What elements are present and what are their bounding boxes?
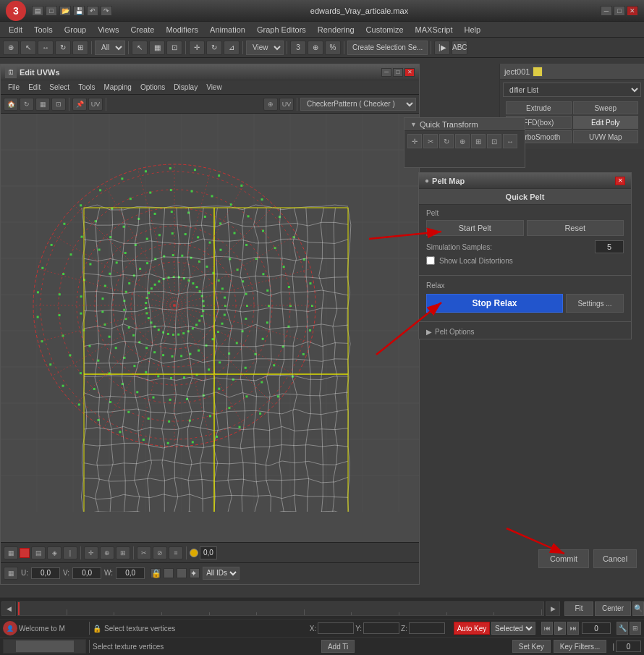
- x-coord-input[interactable]: [318, 622, 354, 634]
- uvw-menu-select[interactable]: Select: [45, 83, 74, 92]
- uvw-tb-2[interactable]: ↻: [20, 98, 34, 111]
- view-dropdown[interactable]: View: [246, 41, 284, 55]
- toolbar-btn-9[interactable]: ⊕: [308, 41, 323, 55]
- modifier-list-dropdown[interactable]: difier List: [503, 83, 641, 97]
- pelt-title-bar[interactable]: ● Pelt Map ✕: [419, 173, 631, 189]
- selected-dropdown[interactable]: Selected: [491, 622, 535, 635]
- menu-icon-1[interactable]: ▤: [32, 6, 43, 16]
- uvw-menu-tools[interactable]: Tools: [74, 83, 99, 92]
- next-frame-btn[interactable]: ⏭: [567, 622, 579, 635]
- qt-btn-1[interactable]: ✛: [407, 134, 422, 148]
- uv-extra-2[interactable]: [177, 568, 187, 578]
- open-btn[interactable]: 📂: [59, 6, 71, 16]
- uvw-tb-7[interactable]: UV: [279, 98, 294, 111]
- timeline-btn-right[interactable]: ▶: [546, 601, 560, 616]
- uv-btn-5[interactable]: ✛: [84, 546, 98, 559]
- uvw-tb-1[interactable]: 🏠: [4, 98, 18, 111]
- move-btn[interactable]: ✛: [189, 41, 205, 55]
- lock-icon[interactable]: 🔒: [151, 568, 161, 578]
- uv-extra-1[interactable]: [164, 568, 174, 578]
- uvw-menu-edit[interactable]: Edit: [24, 83, 45, 92]
- start-pelt-button[interactable]: Start Pelt: [426, 220, 524, 236]
- qt-title-bar[interactable]: ▼ Quick Transform: [404, 118, 525, 131]
- qt-btn-3[interactable]: ↻: [439, 134, 454, 148]
- uv-btn-7[interactable]: ⊞: [116, 546, 130, 559]
- reset-button[interactable]: Reset: [527, 220, 624, 236]
- menu-create[interactable]: Create: [124, 24, 160, 35]
- edit-poly-btn[interactable]: Edit Poly: [573, 116, 639, 129]
- prev-frame-btn[interactable]: ⏮: [541, 622, 553, 635]
- menu-group[interactable]: Group: [59, 24, 93, 35]
- uv-btn-6[interactable]: ⊕: [100, 546, 114, 559]
- undo-btn[interactable]: ↶: [87, 6, 98, 16]
- uvw-close[interactable]: ✕: [404, 68, 415, 77]
- extra-btn-1[interactable]: 🔧: [617, 622, 628, 635]
- uv-btn-8[interactable]: ✂: [137, 546, 151, 559]
- timeline-track[interactable]: [17, 601, 544, 616]
- menu-rendering[interactable]: Rendering: [312, 24, 360, 35]
- current-frame-input[interactable]: [582, 622, 611, 634]
- minimize-button[interactable]: ─: [601, 6, 612, 16]
- uvw-menu-mapping[interactable]: Mapping: [100, 83, 136, 92]
- add-ti-button[interactable]: Add Ti: [321, 640, 355, 653]
- uvw-maximize[interactable]: □: [393, 68, 403, 77]
- menu-customize[interactable]: Customize: [360, 24, 410, 35]
- menu-views[interactable]: Views: [92, 24, 124, 35]
- uv-btn-9[interactable]: ⊘: [153, 546, 167, 559]
- uvw-tb-3[interactable]: ▦: [35, 98, 50, 111]
- uv-btn-1[interactable]: ▦: [4, 546, 18, 559]
- cancel-button[interactable]: Cancel: [593, 549, 637, 568]
- qt-btn-6[interactable]: ⊡: [487, 134, 501, 148]
- all-dropdown[interactable]: All: [95, 41, 125, 55]
- create-selection-button[interactable]: Create Selection Se...: [347, 41, 428, 55]
- y-coord-input[interactable]: [363, 622, 399, 634]
- menu-modifiers[interactable]: Modifiers: [160, 24, 204, 35]
- set-key-button[interactable]: Set Key: [512, 640, 551, 653]
- commit-button[interactable]: Commit: [538, 549, 589, 568]
- toolbar-btn-11[interactable]: |▶: [434, 41, 450, 55]
- uv-color-stop[interactable]: [20, 548, 30, 558]
- qt-btn-5[interactable]: ⊞: [471, 134, 486, 148]
- sweep-btn[interactable]: Sweep: [573, 101, 639, 114]
- uvw-menu-options[interactable]: Options: [136, 83, 169, 92]
- toolbar-btn-5[interactable]: ⊞: [72, 41, 88, 55]
- toolbar-btn-4[interactable]: ↻: [55, 41, 71, 55]
- uvw-map-btn[interactable]: UVW Map: [573, 130, 639, 143]
- menu-tools[interactable]: Tools: [28, 24, 59, 35]
- uvw-tb-4[interactable]: ⊡: [51, 98, 66, 111]
- toolbar-btn-7[interactable]: ⊡: [166, 41, 182, 55]
- uv-viewport[interactable]: [1, 114, 419, 542]
- extra-btn-2[interactable]: ⊞: [630, 622, 641, 635]
- uvw-menu-file[interactable]: File: [4, 83, 24, 92]
- uvw-tb-6[interactable]: ⊕: [263, 98, 278, 111]
- rotate-btn[interactable]: ↻: [206, 41, 222, 55]
- menu-edit[interactable]: Edit: [3, 24, 28, 35]
- qt-btn-4[interactable]: ⊕: [455, 134, 470, 148]
- menu-maxscript[interactable]: MAXScript: [410, 24, 459, 35]
- uv-btn-4[interactable]: |: [63, 546, 77, 559]
- menu-animation[interactable]: Animation: [204, 24, 251, 35]
- checker-dropdown[interactable]: CheckerPattern ( Checker ): [300, 98, 416, 111]
- uv-sub-btn[interactable]: ▦: [4, 567, 18, 580]
- w-input[interactable]: [116, 567, 145, 579]
- redo-btn[interactable]: ↷: [101, 6, 112, 16]
- play-btn[interactable]: ▶: [554, 622, 566, 635]
- fit-button[interactable]: Fit: [564, 601, 593, 616]
- new-btn[interactable]: □: [46, 6, 57, 16]
- toolbar-btn-2[interactable]: ↖: [20, 41, 36, 55]
- pelt-close-button[interactable]: ✕: [615, 177, 625, 185]
- stop-relax-button[interactable]: Stop Relax: [426, 294, 563, 313]
- toolbar-btn-3[interactable]: ↔: [38, 41, 54, 55]
- uv-btn-10[interactable]: ≡: [169, 546, 183, 559]
- color-swatch[interactable]: [533, 67, 543, 77]
- qt-btn-2[interactable]: ✂: [423, 134, 438, 148]
- center-button[interactable]: Center: [595, 601, 631, 616]
- select-btn[interactable]: ↖: [132, 41, 148, 55]
- key-filters-button[interactable]: Key Filters...: [554, 640, 607, 653]
- auto-key-button[interactable]: Auto Key: [454, 622, 490, 635]
- v-input[interactable]: [72, 567, 101, 579]
- show-local-checkbox[interactable]: [426, 256, 435, 265]
- z-coord-input[interactable]: [409, 622, 445, 634]
- frame-number-input[interactable]: [616, 641, 641, 652]
- uvw-menu-display[interactable]: Display: [169, 83, 202, 92]
